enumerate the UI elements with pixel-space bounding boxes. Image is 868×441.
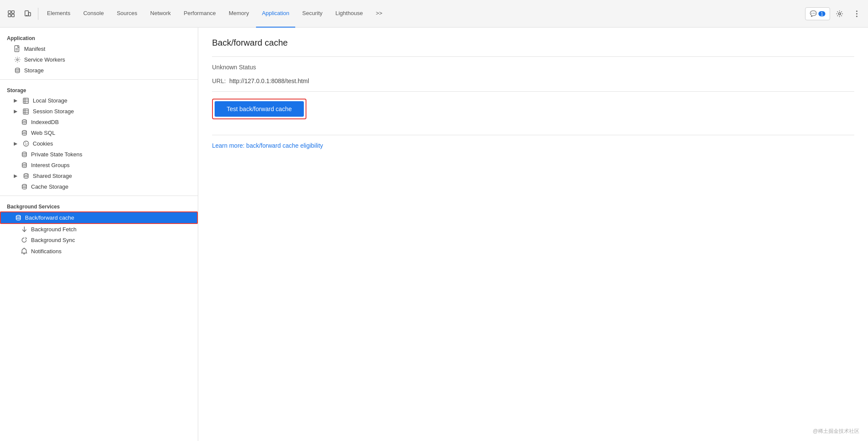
divider-2: [0, 196, 198, 196]
svg-point-33: [22, 184, 26, 186]
db-icon-ig: [21, 162, 28, 168]
db-icon-bfcache: [15, 214, 22, 221]
cache-storage-label: Cache Storage: [31, 183, 69, 190]
test-button-wrapper: Test back/forward cache: [212, 99, 306, 119]
svg-point-24: [22, 120, 26, 121]
sidebar-item-interest-groups[interactable]: Interest Groups: [0, 160, 198, 171]
arrow-down-icon: [21, 226, 28, 233]
svg-rect-4: [25, 11, 28, 16]
cookies-label: Cookies: [33, 140, 53, 147]
svg-point-31: [22, 163, 26, 165]
sidebar-item-bfcache[interactable]: Back/forward cache: [0, 211, 198, 224]
tab-console[interactable]: Console: [77, 0, 110, 28]
svg-point-7: [839, 12, 841, 15]
tab-sources[interactable]: Sources: [111, 0, 144, 28]
tab-more[interactable]: >>: [370, 0, 388, 28]
sidebar-item-session-storage[interactable]: ▶ Session Storage: [0, 106, 198, 117]
sidebar-item-cookies[interactable]: ▶ Cookies: [0, 138, 198, 149]
interest-groups-label: Interest Groups: [31, 162, 70, 168]
toolbar-divider-1: [38, 8, 38, 20]
tab-memory[interactable]: Memory: [223, 0, 255, 28]
manifest-label: Manifest: [24, 46, 45, 52]
sidebar-item-service-workers[interactable]: Service Workers: [0, 54, 198, 65]
settings-btn[interactable]: [832, 6, 847, 22]
bfcache-label: Back/forward cache: [25, 214, 74, 221]
test-bfcache-button[interactable]: Test back/forward cache: [215, 101, 304, 117]
sidebar-item-bg-fetch[interactable]: Background Fetch: [0, 224, 198, 235]
tab-elements[interactable]: Elements: [41, 0, 76, 28]
svg-point-9: [856, 13, 858, 14]
more-options-btn[interactable]: [849, 6, 865, 22]
sidebar-item-websql[interactable]: Web SQL: [0, 127, 198, 138]
tab-performance[interactable]: Performance: [178, 0, 222, 28]
toggle-shared-storage[interactable]: ▶: [14, 173, 19, 179]
sidebar-item-local-storage[interactable]: ▶ Local Storage: [0, 95, 198, 106]
sidebar-section-storage: Storage: [0, 83, 198, 95]
sidebar-item-shared-storage[interactable]: ▶ Shared Storage: [0, 171, 198, 181]
feedback-btn[interactable]: 💬 1: [805, 7, 830, 20]
svg-point-34: [16, 215, 20, 217]
svg-point-14: [16, 59, 18, 61]
divider-1: [0, 79, 198, 80]
notifications-label: Notifications: [31, 248, 62, 255]
tab-security[interactable]: Security: [296, 0, 328, 28]
tab-network[interactable]: Network: [144, 0, 177, 28]
sidebar-item-cache-storage[interactable]: Cache Storage: [0, 181, 198, 192]
tab-application[interactable]: Application: [256, 0, 296, 28]
svg-point-27: [25, 143, 26, 143]
svg-point-10: [856, 16, 858, 17]
db-icon-indexed: [21, 119, 28, 125]
db-icon-storage: [14, 67, 21, 74]
toolbar-right: 💬 1: [805, 6, 865, 22]
url-row: URL: http://127.0.0.1:8088/test.html: [212, 78, 854, 84]
sidebar-item-manifest[interactable]: Manifest: [0, 43, 198, 54]
db-icon-websql: [21, 130, 28, 136]
svg-point-26: [23, 141, 28, 146]
sidebar-item-storage[interactable]: Storage: [0, 65, 198, 76]
svg-point-30: [22, 152, 26, 154]
svg-rect-2: [8, 14, 11, 17]
svg-point-32: [24, 174, 28, 175]
shared-storage-label: Shared Storage: [33, 173, 72, 179]
svg-rect-20: [23, 109, 28, 114]
table-icon-session: [22, 109, 29, 115]
indexeddb-label: IndexedDB: [31, 119, 59, 125]
svg-rect-0: [8, 11, 11, 13]
divider-content-1: [212, 56, 854, 57]
svg-rect-3: [12, 14, 14, 17]
tab-lighthouse[interactable]: Lighthouse: [329, 0, 369, 28]
learn-more-link[interactable]: Learn more: back/forward cache eligibili…: [212, 142, 323, 149]
sidebar-item-notifications[interactable]: Notifications: [0, 245, 198, 257]
svg-point-28: [27, 143, 28, 144]
svg-rect-5: [28, 12, 31, 16]
inspector-icon-btn[interactable]: [3, 6, 19, 22]
sidebar-section-bg-services: Background Services: [0, 199, 198, 211]
sync-icon: [21, 237, 28, 243]
main-layout: Application Manifest Service Workers: [0, 28, 868, 441]
toggle-session-storage[interactable]: ▶: [14, 109, 19, 114]
bg-sync-label: Background Sync: [31, 237, 75, 243]
page-title: Back/forward cache: [212, 38, 854, 48]
toggle-local-storage[interactable]: ▶: [14, 98, 19, 103]
sidebar-item-indexeddb[interactable]: IndexedDB: [0, 117, 198, 127]
storage-label: Storage: [24, 67, 44, 74]
db-icon-cache: [21, 183, 28, 190]
svg-point-25: [22, 130, 26, 132]
gear-icon: [14, 56, 21, 63]
sidebar: Application Manifest Service Workers: [0, 28, 198, 441]
divider-content-2: [212, 91, 854, 92]
status-text: Unknown Status: [212, 64, 854, 71]
bell-icon: [21, 248, 28, 255]
device-icon-btn[interactable]: [20, 6, 35, 22]
svg-point-8: [856, 10, 858, 12]
cookie-icon: [22, 140, 29, 147]
sidebar-item-bg-sync[interactable]: Background Sync: [0, 235, 198, 245]
url-label: URL:: [212, 78, 226, 84]
url-value: http://127.0.0.1:8088/test.html: [229, 78, 309, 84]
db-icon-shared: [22, 173, 29, 179]
toggle-cookies[interactable]: ▶: [14, 141, 19, 146]
svg-point-29: [25, 144, 26, 145]
sidebar-item-private-state-tokens[interactable]: Private State Tokens: [0, 149, 198, 160]
local-storage-label: Local Storage: [33, 97, 67, 104]
feedback-icon: 💬: [810, 10, 817, 17]
